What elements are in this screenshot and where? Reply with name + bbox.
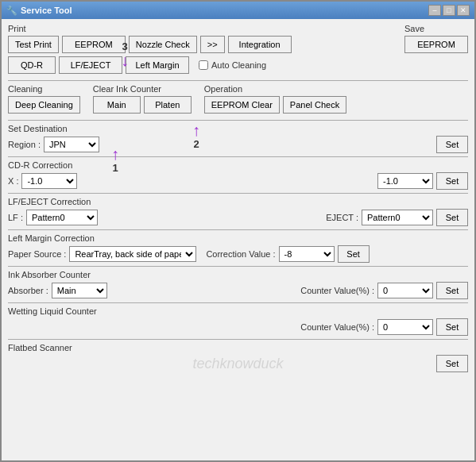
integration-button[interactable]: Integration bbox=[228, 36, 292, 53]
x-label: X : bbox=[8, 176, 18, 186]
clear-ink-main-button[interactable]: Main bbox=[93, 96, 141, 114]
save-eeprom-button[interactable]: EEPROM bbox=[404, 36, 468, 53]
flatbed-set-button[interactable]: Set bbox=[436, 355, 468, 372]
close-button[interactable]: ✕ bbox=[457, 5, 470, 16]
margin-set-button[interactable]: Set bbox=[338, 245, 370, 263]
auto-cleaning-label: Auto Cleaning bbox=[211, 60, 266, 70]
wetting-set-button[interactable]: Set bbox=[436, 318, 468, 336]
cdr-set-button[interactable]: Set bbox=[436, 172, 468, 190]
save-label: Save bbox=[404, 24, 468, 33]
test-print-button[interactable]: Test Print bbox=[8, 36, 59, 53]
nozzle-check-button[interactable]: Nozzle Check bbox=[129, 36, 197, 53]
wetting-counter-select[interactable]: 0255075100 bbox=[377, 319, 433, 335]
paper-source-select[interactable]: RearTray, back side of paper FrontTray bbox=[69, 246, 196, 262]
print-label: Print bbox=[8, 24, 397, 33]
lf-eject-correction-label: LF/EJECT Correction bbox=[8, 197, 468, 206]
lf-label: LF : bbox=[8, 213, 23, 222]
region-select[interactable]: JPN USA EUR bbox=[44, 137, 99, 152]
eeprom-clear-button[interactable]: EEPROM Clear bbox=[204, 96, 280, 114]
region-label: Region : bbox=[8, 140, 41, 149]
flatbed-scanner-label: Flatbed Scanner bbox=[8, 343, 468, 352]
absorber-counter-select[interactable]: 0255075100 bbox=[377, 283, 433, 298]
cdr-right-select[interactable]: -1.00.01.0 bbox=[377, 173, 433, 189]
maximize-button[interactable]: □ bbox=[443, 5, 455, 16]
more-button[interactable]: >> bbox=[200, 36, 225, 53]
eject-select[interactable]: Pattern0Pattern1 bbox=[362, 210, 433, 225]
qdr-button[interactable]: QD-R bbox=[8, 56, 56, 74]
operation-label: Operation bbox=[204, 84, 346, 94]
ink-absorber-set-button[interactable]: Set bbox=[436, 282, 468, 299]
lf-select[interactable]: Pattern0Pattern1 bbox=[26, 210, 98, 225]
eject-label: EJECT : bbox=[326, 213, 358, 222]
destination-set-button[interactable]: Set bbox=[436, 136, 468, 153]
set-destination-label: Set Destination bbox=[8, 124, 468, 133]
minimize-button[interactable]: – bbox=[428, 5, 441, 16]
margin-correction-label: Left Margin Correction bbox=[8, 233, 468, 243]
paper-source-label: Paper Source : bbox=[8, 249, 66, 259]
lf-eject-set-button[interactable]: Set bbox=[436, 209, 468, 226]
cleaning-label: Cleaning bbox=[8, 84, 80, 94]
clear-ink-platen-button[interactable]: Platen bbox=[144, 96, 192, 114]
auto-cleaning-checkbox[interactable] bbox=[199, 60, 208, 70]
ink-absorber-label: Ink Absorber Counter bbox=[8, 270, 468, 279]
deep-cleaning-button[interactable]: Deep Cleaning bbox=[8, 96, 80, 114]
left-margin-button[interactable]: Left Margin bbox=[126, 56, 189, 74]
window-title: Service Tool bbox=[21, 6, 72, 15]
absorber-select[interactable]: MainSub bbox=[52, 283, 107, 298]
correction-value-select[interactable]: -8-4048 bbox=[279, 246, 335, 262]
eeprom-print-button[interactable]: EEPROM bbox=[62, 36, 126, 53]
wetting-liquid-label: Wetting Liquid Counter bbox=[8, 306, 468, 316]
window-icon: 🔧 bbox=[6, 6, 17, 16]
title-bar-controls: – □ ✕ bbox=[428, 5, 470, 16]
wetting-counter-label: Counter Value(%) : bbox=[300, 322, 374, 332]
lf-eject-button[interactable]: LF/EJECT bbox=[59, 56, 122, 74]
panel-check-button[interactable]: Panel Check bbox=[283, 96, 346, 114]
correction-value-label: Correction Value : bbox=[206, 249, 275, 259]
title-bar: 🔧 Service Tool – □ ✕ bbox=[2, 2, 474, 19]
clear-ink-label: Clear Ink Counter bbox=[93, 84, 192, 94]
cdr-x-select[interactable]: -1.00.01.0 bbox=[21, 173, 77, 189]
absorber-label: Absorber : bbox=[8, 286, 48, 295]
absorber-counter-label: Counter Value(%) : bbox=[300, 286, 374, 295]
cdr-correction-label: CD-R Correction bbox=[8, 160, 468, 170]
